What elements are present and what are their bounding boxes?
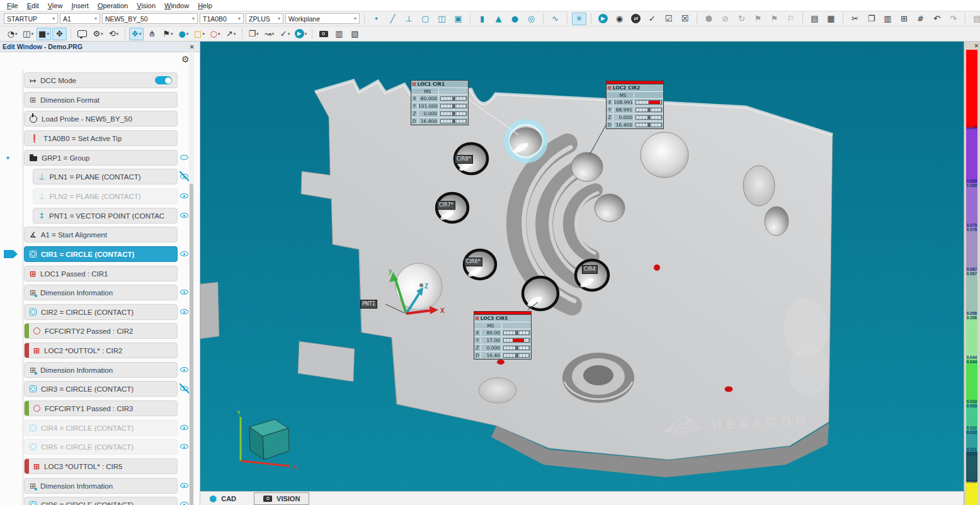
sidebar-item-cir5-circle-contact[interactable]: CIR5 = CIRCLE (CONTACT) xyxy=(24,439,178,455)
probe-readout-dropdown-arrow[interactable]: ▾ xyxy=(139,31,142,37)
sidebar-item-a1-start-alignment[interactable]: ∡A1 = Start Alignment xyxy=(24,227,178,242)
cone-button[interactable]: ▲ xyxy=(491,13,506,25)
sidebar-item-dimension-information[interactable]: ⊞Dimension Information xyxy=(24,478,178,494)
sidebar-scrollbar-thumb[interactable] xyxy=(190,184,193,505)
cad-sphere-button[interactable]: ●▾ xyxy=(176,28,191,40)
menu-insert[interactable]: Insert xyxy=(67,1,93,10)
tab-vision[interactable]: VISION xyxy=(254,492,309,505)
stop-slash-button[interactable]: ⊘ xyxy=(718,13,732,25)
paste-button[interactable]: ▥ xyxy=(880,13,895,25)
undo-button[interactable]: ↶ xyxy=(930,13,944,25)
sidebar-item-dimension-information[interactable]: ⊞Dimension Information xyxy=(24,362,178,378)
dropdown-startup[interactable]: STARTUP▾ xyxy=(4,13,58,24)
menu-operation[interactable]: Operation xyxy=(93,1,132,10)
point-button[interactable]: • xyxy=(369,13,384,25)
sidebar-item-pln2-plane-contact[interactable]: ⊥PLN2 = PLANE (CONTACT) xyxy=(33,188,178,204)
sidebar-item-fcfcirty1-passed-cir3[interactable]: FCFCIRTY1 Passed : CIR3 xyxy=(24,400,178,416)
report-list-button[interactable]: ▤ xyxy=(807,13,822,25)
strategy-button[interactable]: ⚑▾ xyxy=(161,28,175,40)
sidebar-item-loc2-outtol-cir2[interactable]: ⊞LOC2 *OUTTOL* : CIR2 xyxy=(24,343,178,358)
sidebar-item-cir3-circle-contact[interactable]: CIR3 = CIRCLE (CONTACT) xyxy=(24,381,178,397)
feature-label-cir4[interactable]: CIR4 xyxy=(582,265,598,274)
redo-button[interactable]: ↷ xyxy=(946,13,960,25)
curve-button[interactable]: ∿ xyxy=(548,13,562,25)
profile-dropdown-arrow[interactable]: ▾ xyxy=(234,31,236,37)
dropdown-a1[interactable]: A1▾ xyxy=(60,13,100,24)
sidebar-item-pnt1-vector-point-contac[interactable]: ↕PNT1 = VECTOR POINT (CONTAC xyxy=(33,208,178,224)
feature-label-pnt1[interactable]: PNT1 xyxy=(360,300,377,309)
dcc-mode-toggle[interactable] xyxy=(155,76,172,84)
stop-button[interactable]: ⬢ xyxy=(702,13,716,25)
pan-button[interactable]: ✥ xyxy=(52,28,67,40)
rotate-button[interactable]: ⟲▾ xyxy=(106,28,121,40)
feature-label-cir7[interactable]: CIR7* xyxy=(437,201,455,210)
dropdown-workplane[interactable]: Workplane▾ xyxy=(285,13,360,24)
probe-options-button[interactable]: ⋔ xyxy=(145,28,159,40)
wireframe-view-button[interactable]: ◫▾ xyxy=(21,28,35,40)
dimension-button[interactable]: ○▾ xyxy=(208,28,222,40)
visibility-icon[interactable] xyxy=(179,365,190,375)
comment-button[interactable] xyxy=(75,28,89,40)
sidebar-scrollbar[interactable] xyxy=(189,52,194,505)
sidebar-item-cir4-circle-contact[interactable]: CIR4 = CIRCLE (CONTACT) xyxy=(24,420,178,436)
bookmark-slash-button[interactable]: ⚐ xyxy=(783,13,798,25)
continue-button[interactable]: ↻ xyxy=(734,13,749,25)
settings-gears-dropdown-arrow[interactable]: ▾ xyxy=(101,31,103,37)
visibility-icon[interactable] xyxy=(179,249,190,259)
sidebar-item-load-probe-new5-by-50[interactable]: Load Probe - NEW5_BY_50 xyxy=(24,111,178,127)
sidebar-item-dcc-mode[interactable]: ↦DCC Mode xyxy=(24,72,178,88)
visibility-icon[interactable] xyxy=(179,210,190,220)
execute-play-dropdown-arrow[interactable]: ▾ xyxy=(305,31,307,37)
cad-sphere-dropdown-arrow[interactable]: ▾ xyxy=(186,31,189,37)
close-icon[interactable]: ✕ xyxy=(974,43,979,49)
copy-button[interactable]: ❐ xyxy=(864,13,879,25)
sidebar-item-pln1-plane-contact[interactable]: ⊥PLN1 = PLANE (CONTACT) xyxy=(33,169,178,184)
cylinder-button[interactable]: ▮ xyxy=(475,13,489,25)
play-button[interactable]: ▶ xyxy=(596,13,610,25)
visibility-icon[interactable] xyxy=(179,480,190,491)
report-chart-button[interactable]: ▧ xyxy=(348,28,362,40)
sidebar-item-fcfcirty2-passed-cir2[interactable]: FCFCIRTY2 Passed : CIR2 xyxy=(24,323,178,339)
copy-view-button[interactable]: ❐▾ xyxy=(246,28,261,40)
menu-window[interactable]: Window xyxy=(160,1,193,10)
visibility-off-icon[interactable] xyxy=(179,383,190,394)
sidebar-item-loc1-passed-cir1[interactable]: ⊞LOC1 Passed : CIR1 xyxy=(24,266,178,281)
tree-expander-icon[interactable]: ▾ xyxy=(6,154,9,161)
auto-feature-button[interactable]: ✳ xyxy=(572,13,586,25)
tab-cad[interactable]: ⬢ CAD xyxy=(200,492,245,505)
view-orientation-dropdown-arrow[interactable]: ▾ xyxy=(15,31,18,37)
grid-button[interactable]: # xyxy=(913,13,928,25)
cut-button[interactable]: ✂ xyxy=(848,13,862,25)
path-dropdown-arrow[interactable]: ▾ xyxy=(272,31,275,37)
sidebar-item-cir6-circle-contact[interactable]: CIR6 = CIRCLE (CONTACT) xyxy=(24,497,178,505)
sidebar-item-cir1-circle-contact[interactable]: CIR1 = CIRCLE (CONTACT) xyxy=(24,246,178,262)
feature-rect-button[interactable]: ▢ xyxy=(418,13,433,25)
dimension-dropdown-arrow[interactable]: ▾ xyxy=(218,31,220,37)
feature-label-cir8[interactable]: CIR8* xyxy=(455,155,473,164)
feature-square-button[interactable]: ▣ xyxy=(451,13,465,25)
rotate-dropdown-arrow[interactable]: ▾ xyxy=(117,31,119,37)
settings-gears-button[interactable]: ⚙▾ xyxy=(91,28,105,40)
dropdown-t1a0b0[interactable]: T1A0B0▾ xyxy=(200,13,244,24)
sidebar-item-dimension-information[interactable]: ⊞Dimension Information xyxy=(24,285,178,300)
visibility-icon[interactable] xyxy=(179,499,190,505)
sidebar-item-dimension-format[interactable]: ⊞Dimension Format xyxy=(24,92,178,108)
menu-file[interactable]: File xyxy=(3,1,23,10)
wireframe-view-dropdown-arrow[interactable]: ▾ xyxy=(31,31,33,37)
sidebar-item-cir2-circle-contact[interactable]: CIR2 = CIRCLE (CONTACT) xyxy=(24,304,178,320)
close-icon[interactable]: ✕ xyxy=(187,43,197,50)
sync-button[interactable]: ⇄ xyxy=(629,13,643,25)
dropdown-new5-by-50[interactable]: NEW5_BY_50▾ xyxy=(102,13,198,24)
doc-slash-button[interactable]: ☒ xyxy=(678,13,692,25)
visibility-icon[interactable] xyxy=(179,441,190,451)
report-table-button[interactable]: ▦ xyxy=(824,13,838,25)
gage-button[interactable]: □▾ xyxy=(192,28,207,40)
menu-vision[interactable]: Vision xyxy=(132,1,160,10)
line-button[interactable]: ╱ xyxy=(385,13,400,25)
visibility-off-icon[interactable] xyxy=(179,171,190,181)
sidebar-item-loc3-outtol-cir5[interactable]: ⊞LOC3 *OUTTOL* : CIR5 xyxy=(24,458,178,474)
probe-readout-button[interactable]: ❖▾ xyxy=(129,28,144,40)
torus-button[interactable]: ◎ xyxy=(524,13,538,25)
doc-check-button[interactable]: ☑ xyxy=(661,13,676,25)
check-button[interactable]: ✓ xyxy=(645,13,659,25)
